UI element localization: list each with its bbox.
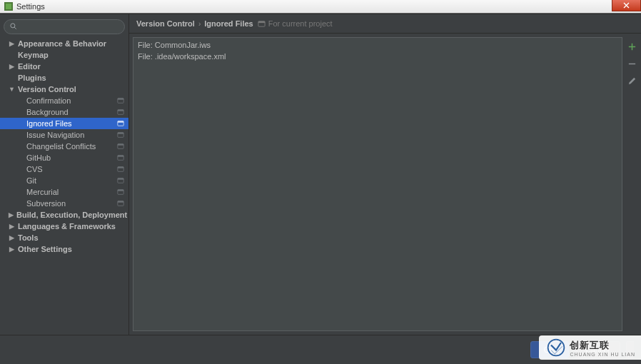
project-scope-icon	[117, 177, 124, 184]
svg-rect-7	[118, 110, 123, 111]
remove-button[interactable]	[625, 57, 638, 70]
tree-item[interactable]: CVS	[0, 163, 128, 175]
svg-rect-17	[118, 167, 123, 168]
svg-rect-21	[118, 190, 123, 191]
watermark-text-cn: 创新互联	[570, 339, 635, 352]
tree-item[interactable]: Issue Navigation	[0, 129, 128, 141]
settings-window: Settings ▶Appearance & BehaviorKeymap▶Ed…	[0, 0, 641, 364]
tree-item[interactable]: ▶Editor	[0, 61, 128, 72]
tree-item[interactable]: Plugins	[0, 72, 128, 84]
main-panel: Version Control › Ignored Files For curr…	[129, 14, 641, 335]
list-item[interactable]: File: CommonJar.iws	[133, 39, 622, 51]
tree-item-label: Background	[26, 108, 117, 116]
tree-item-label: Build, Execution, Deployment	[16, 211, 127, 219]
project-scope-icon	[117, 97, 124, 104]
project-scope-icon	[117, 154, 124, 161]
svg-rect-1	[6, 4, 11, 9]
tree-item-label: CVS	[26, 165, 117, 173]
tree-item[interactable]: Git	[0, 175, 128, 186]
tree-item[interactable]: Subversion	[0, 198, 128, 209]
project-scope-icon	[117, 108, 124, 116]
svg-rect-19	[118, 178, 123, 180]
tree-item-label: Editor	[18, 62, 124, 71]
tree-item-label: GitHub	[26, 153, 117, 162]
svg-point-26	[548, 340, 565, 356]
tree-item-label: Languages & Frameworks	[18, 222, 124, 231]
watermark-text-py: CHUANG XIN HU LIAN	[570, 352, 635, 357]
breadcrumb: Version Control › Ignored Files For curr…	[129, 14, 641, 34]
svg-point-2	[11, 23, 15, 27]
app-icon	[4, 1, 14, 11]
edit-button[interactable]	[625, 74, 638, 87]
window-title: Settings	[16, 2, 45, 11]
tree-item-label: Appearance & Behavior	[18, 39, 124, 48]
titlebar: Settings	[0, 0, 641, 14]
list-toolbar	[622, 37, 641, 331]
tree-item-label: Subversion	[26, 199, 117, 208]
tree-item[interactable]: ▶Build, Execution, Deployment	[0, 209, 128, 221]
arrow-right-icon: ▶	[9, 212, 14, 218]
tree-item-label: Issue Navigation	[26, 131, 117, 139]
project-scope-icon	[117, 143, 124, 150]
tree-item-label: Keymap	[18, 51, 124, 59]
search-input[interactable]	[21, 23, 119, 31]
tree-item[interactable]: ▶Other Settings	[0, 243, 128, 255]
tree-item[interactable]: Keymap	[0, 49, 128, 61]
tree-item-label: Mercurial	[26, 188, 117, 196]
project-scope-icon	[117, 131, 124, 138]
tree-item[interactable]: ▶Tools	[0, 232, 128, 243]
tree-item[interactable]: Confirmation	[0, 95, 128, 106]
breadcrumb-current: Ignored Files	[204, 19, 253, 28]
svg-rect-9	[118, 121, 123, 123]
watermark: 创新互联 CHUANG XIN HU LIAN	[539, 335, 641, 360]
search-icon	[9, 21, 18, 34]
ignored-files-list[interactable]: File: CommonJar.iwsFile: .idea/workspace…	[133, 37, 622, 331]
watermark-logo-icon	[546, 338, 566, 358]
breadcrumb-parent[interactable]: Version Control	[136, 19, 195, 28]
tree-item-label: Version Control	[18, 85, 124, 93]
project-scope-icon	[117, 166, 124, 173]
tree-item[interactable]: ▶Appearance & Behavior	[0, 38, 128, 49]
tree-item[interactable]: Ignored Files	[0, 118, 128, 129]
svg-rect-25	[258, 21, 265, 22]
tree-item-label: Ignored Files	[26, 119, 117, 128]
add-button[interactable]	[625, 40, 638, 53]
tree-item-label: Git	[26, 176, 117, 185]
tree-item-label: Tools	[18, 233, 124, 242]
arrow-right-icon: ▶	[9, 223, 15, 230]
tree-item-label: Confirmation	[26, 96, 117, 105]
tree-item[interactable]: GitHub	[0, 152, 128, 163]
tree-item[interactable]: Background	[0, 106, 128, 118]
window-close-button[interactable]	[612, 0, 641, 11]
search-field[interactable]	[4, 19, 125, 34]
settings-sidebar: ▶Appearance & BehaviorKeymap▶EditorPlugi…	[0, 14, 129, 335]
project-scope-icon	[117, 200, 124, 207]
tree-item[interactable]: Mercurial	[0, 186, 128, 198]
svg-rect-11	[118, 133, 123, 134]
tree-item-label: Changelist Conflicts	[26, 142, 117, 151]
list-item[interactable]: File: .idea/workspace.xml	[133, 51, 622, 62]
arrow-right-icon: ▶	[9, 41, 15, 47]
svg-rect-23	[118, 201, 123, 203]
svg-line-3	[14, 27, 16, 29]
tree-item[interactable]: Changelist Conflicts	[0, 141, 128, 152]
tree-item[interactable]: ▼Version Control	[0, 84, 128, 95]
svg-rect-13	[118, 144, 123, 146]
project-scope-icon	[258, 20, 266, 28]
svg-rect-5	[118, 98, 123, 100]
arrow-right-icon: ▶	[9, 64, 15, 70]
arrow-right-icon: ▶	[9, 246, 15, 253]
settings-tree: ▶Appearance & BehaviorKeymap▶EditorPlugi…	[0, 38, 128, 255]
tree-item-label: Other Settings	[18, 245, 124, 253]
breadcrumb-scope: For current project	[268, 19, 333, 28]
tree-item[interactable]: ▶Languages & Frameworks	[0, 221, 128, 232]
arrow-down-icon: ▼	[9, 86, 15, 93]
project-scope-icon	[117, 188, 124, 196]
project-scope-icon	[117, 120, 124, 127]
svg-rect-15	[118, 156, 123, 157]
chevron-right-icon: ›	[198, 20, 201, 28]
tree-item-label: Plugins	[18, 74, 124, 82]
arrow-right-icon: ▶	[9, 235, 15, 241]
